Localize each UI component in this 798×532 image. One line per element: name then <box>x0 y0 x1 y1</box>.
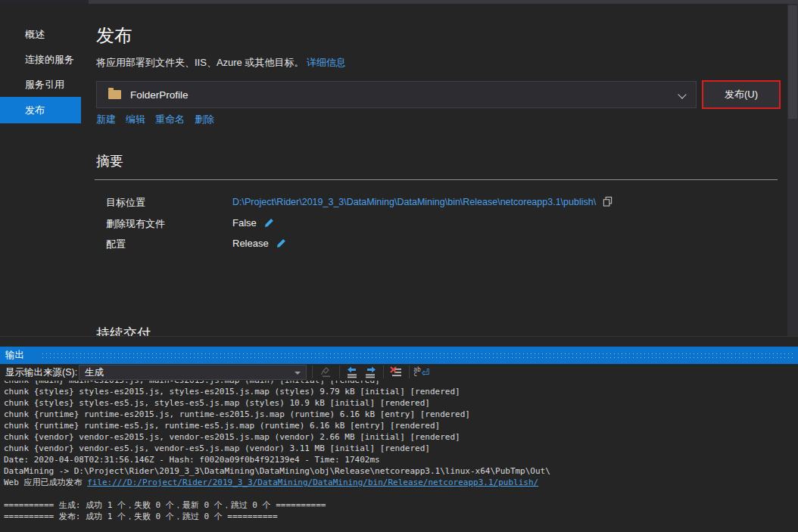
summary-row-configuration: 配置 Release <box>106 238 780 251</box>
row-label: 删除现有文件 <box>106 217 165 231</box>
console-text: Web 应用已成功发布 <box>4 478 87 487</box>
console-line: chunk {vendor} vendor-es2015.js, vendor-… <box>4 431 798 443</box>
row-label: 目标位置 <box>106 196 145 210</box>
console-text: chunk {main} main-es2015.js, main-es2015… <box>4 381 380 385</box>
console-text: chunk {vendor} vendor-es2015.js, vendor-… <box>4 432 460 442</box>
output-title: 输出 <box>5 347 24 364</box>
console-text: Date: 2020-04-08T02:31:56.146Z - Hash: f… <box>4 455 380 465</box>
console-log[interactable]: chunk {main} main-es2015.js, main-es2015… <box>0 381 798 532</box>
dropdown-arrow-icon <box>295 372 301 375</box>
edit-pencil-icon[interactable] <box>263 218 274 228</box>
publish-profile-dropdown[interactable]: FolderProfile <box>96 81 697 108</box>
delete-profile-link[interactable]: 删除 <box>195 113 214 126</box>
summary-heading: 摘要 <box>96 152 123 170</box>
console-line: ========== 发布: 成功 1 个，失败 0 个，跳过 0 个 ====… <box>4 511 798 522</box>
rename-profile-link[interactable]: 重命名 <box>155 113 185 126</box>
visual-studio-publish-window: 概述 连接的服务 服务引用 发布 发布 将应用部署到文件夹、IIS、Azure … <box>0 0 798 532</box>
find-message-icon[interactable] <box>317 365 334 380</box>
console-text: chunk {vendor} vendor-es5.js, vendor-es5… <box>4 443 430 453</box>
toolbar-separator <box>383 366 384 378</box>
console-line: Date: 2020-04-08T02:31:56.146Z - Hash: f… <box>4 454 798 465</box>
console-line <box>4 488 798 499</box>
output-source-label: 显示输出来源(S): <box>5 364 77 381</box>
new-profile-link[interactable]: 新建 <box>96 113 116 126</box>
console-file-link[interactable]: file:///D:/Project/Rider/2019_3_3/DataMi… <box>87 478 538 487</box>
continuous-delivery-heading: 持续交付 <box>96 325 151 336</box>
console-line: chunk {runtime} runtime-es5.js, runtime-… <box>4 420 798 431</box>
console-line: Web 应用已成功发布 file:///D:/Project/Rider/201… <box>4 477 798 488</box>
clear-all-icon[interactable] <box>388 365 404 380</box>
publish-sidebar: 概述 连接的服务 服务引用 发布 <box>0 4 81 336</box>
publish-page-pane: 概述 连接的服务 服务引用 发布 发布 将应用部署到文件夹、IIS、Azure … <box>0 4 798 336</box>
row-label: 配置 <box>106 238 126 251</box>
folder-icon <box>108 90 121 99</box>
console-text: ========== 发布: 成功 1 个，失败 0 个，跳过 0 个 ====… <box>4 512 278 521</box>
output-source-dropdown[interactable]: 生成 <box>79 365 307 380</box>
publish-button[interactable]: 发布(U) <box>702 80 781 109</box>
pane-splitter[interactable] <box>0 336 798 347</box>
console-text: chunk {styles} styles-es2015.js, styles-… <box>4 387 460 397</box>
next-message-icon[interactable] <box>362 365 379 380</box>
console-line: ========== 生成: 成功 1 个，失败 0 个，最新 0 个，跳过 0… <box>4 499 798 511</box>
console-line: chunk {main} main-es2015.js, main-es2015… <box>4 381 798 386</box>
output-titlebar[interactable]: 输出 <box>0 347 798 364</box>
console-line: chunk {styles} styles-es5.js, styles-es5… <box>4 397 798 409</box>
edit-pencil-icon[interactable] <box>276 238 286 248</box>
vertical-scrollbar[interactable] <box>787 4 798 336</box>
sidebar-item-connected-services[interactable]: 连接的服务 <box>0 47 81 72</box>
scrollbar-thumb[interactable] <box>788 5 797 119</box>
sidebar-item-publish[interactable]: 发布 <box>0 97 81 123</box>
delete-existing-value: False <box>232 217 257 229</box>
summary-divider <box>95 179 778 180</box>
profile-name: FolderProfile <box>130 89 189 101</box>
toolbar-separator <box>339 366 340 378</box>
edit-profile-link[interactable]: 编辑 <box>126 113 145 126</box>
publish-main-content: 发布 将应用部署到文件夹、IIS、Azure 或其他目标。 详细信息 Folde… <box>95 4 787 336</box>
console-text: chunk {runtime} runtime-es2015.js, runti… <box>4 409 470 419</box>
description-text: 将应用部署到文件夹、IIS、Azure 或其他目标。 <box>96 57 304 68</box>
console-line: chunk {runtime} runtime-es2015.js, runti… <box>4 409 798 420</box>
sidebar-item-service-references[interactable]: 服务引用 <box>0 72 81 97</box>
summary-row-target-location: 目标位置 D:\Project\Rider\2019_3_3\DataMinin… <box>106 196 780 210</box>
console-text: chunk {styles} styles-es5.js, styles-es5… <box>4 398 430 408</box>
page-title: 发布 <box>96 23 132 48</box>
toolbar-separator <box>312 366 313 378</box>
word-wrap-icon[interactable]: abc ⏎ <box>413 365 430 380</box>
console-line: DataMining -> D:\Project\Rider\2019_3_3\… <box>4 465 798 477</box>
page-description: 将应用部署到文件夹、IIS、Azure 或其他目标。 详细信息 <box>96 56 346 70</box>
output-source-value: 生成 <box>85 366 104 379</box>
previous-message-icon[interactable] <box>344 365 360 380</box>
profile-actions: 新建 编辑 重命名 删除 <box>96 113 214 126</box>
console-text: DataMining -> D:\Project\Rider\2019_3_3\… <box>4 466 550 476</box>
target-location-link[interactable]: D:\Project\Rider\2019_3_3\DataMining\Dat… <box>232 197 596 207</box>
output-panel: 输出 显示输出来源(S): 生成 <box>0 347 798 532</box>
console-text: ========== 生成: 成功 1 个，失败 0 个，最新 0 个，跳过 0… <box>4 500 326 510</box>
console-line: chunk {styles} styles-es2015.js, styles-… <box>4 386 798 397</box>
configuration-value: Release <box>232 238 269 249</box>
sidebar-item-overview[interactable]: 概述 <box>0 22 81 47</box>
titlebar-grip-dots <box>41 352 794 359</box>
console-line: chunk {vendor} vendor-es5.js, vendor-es5… <box>4 443 798 454</box>
summary-row-delete-existing: 删除现有文件 False <box>106 217 780 231</box>
output-toolbar: 显示输出来源(S): 生成 <box>0 364 798 381</box>
toolbar-separator <box>409 366 410 378</box>
details-link[interactable]: 详细信息 <box>307 57 346 68</box>
copy-icon[interactable] <box>603 196 613 207</box>
console-text: chunk {runtime} runtime-es5.js, runtime-… <box>4 421 440 431</box>
chevron-down-icon <box>678 90 686 98</box>
